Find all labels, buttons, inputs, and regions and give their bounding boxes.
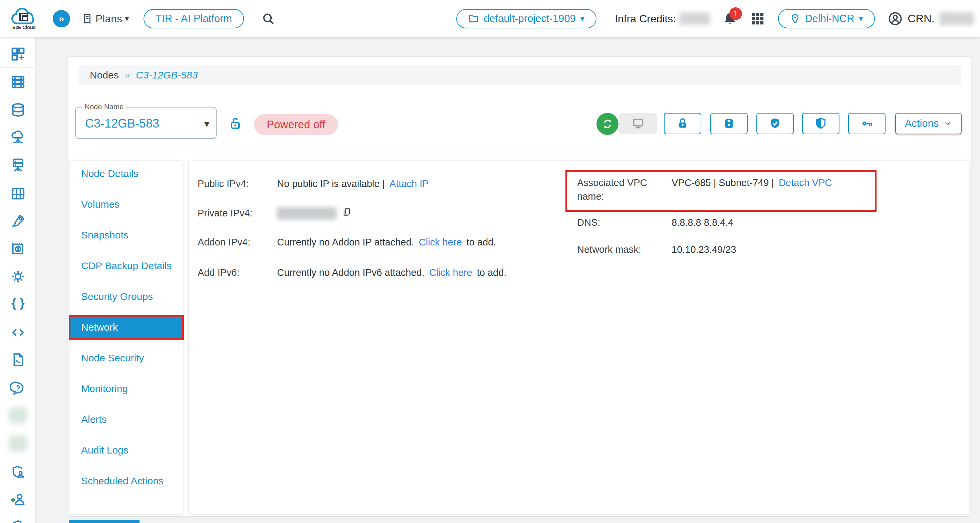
copy-ip-button[interactable] xyxy=(342,207,352,217)
notification-badge: 1 xyxy=(729,7,742,20)
console-button[interactable] xyxy=(619,113,657,134)
sidebar-divider xyxy=(0,67,35,68)
public-ipv4-text: No public IP is available | xyxy=(277,177,385,191)
sidebar-item-billing[interactable] xyxy=(0,241,36,257)
select-caret-icon: ▾ xyxy=(204,108,209,140)
shield-half-button[interactable] xyxy=(802,113,840,134)
refresh-icon xyxy=(601,118,614,130)
copy-icon xyxy=(342,207,352,217)
sidebar-item-launch[interactable] xyxy=(0,214,36,229)
sidebar-item-api-config[interactable] xyxy=(0,296,36,312)
attach-ip-link[interactable]: Attach IP xyxy=(390,177,429,191)
sidebar-item-cloud-more[interactable] xyxy=(0,516,36,523)
chevron-down-icon: ▾ xyxy=(581,14,584,23)
redacted-sidebar-icon xyxy=(9,407,27,424)
settings-gear-icon xyxy=(10,269,26,284)
addon-ipv4-label: Addon IPv4: xyxy=(197,236,277,249)
tab-volumes[interactable]: Volumes xyxy=(70,194,183,215)
addon-ipv4-click-here-link[interactable]: Click here xyxy=(419,236,462,249)
tab-monitoring[interactable]: Monitoring xyxy=(70,378,183,399)
location-pin-icon xyxy=(790,14,800,24)
sidebar-item-support[interactable] xyxy=(0,381,36,396)
collapse-glyph: » xyxy=(59,13,64,24)
lock-icon xyxy=(676,117,689,130)
sidebar-item-docs[interactable] xyxy=(0,352,36,367)
tab-audit-logs[interactable]: Audit Logs xyxy=(70,440,183,461)
vpc-value: VPC-685 | Subnet-749 | xyxy=(671,176,774,190)
vpc-row: Associated VPC name: VPC-685 | Subnet-74… xyxy=(577,176,832,203)
breadcrumb-root[interactable]: Nodes xyxy=(90,69,119,81)
plans-menu[interactable]: Plans ▾ xyxy=(81,13,129,25)
tab-scheduled-actions[interactable]: Scheduled Actions xyxy=(70,470,183,492)
ssh-key-icon xyxy=(860,117,873,130)
node-name-select[interactable]: Node Name C3-12GB-583 ▾ xyxy=(75,107,216,139)
unlock-icon xyxy=(228,116,243,131)
add-ipv6-text: Currently no Addon IPv6 attached. xyxy=(277,266,425,279)
dns-value: 8.8.8.8 8.8.4.4 xyxy=(671,216,733,230)
actions-label: Actions xyxy=(905,118,939,129)
lock-node-button[interactable] xyxy=(664,113,701,134)
dashboard-add-icon xyxy=(10,46,26,62)
tir-platform-button[interactable]: TIR - AI Platform xyxy=(143,9,244,29)
logo-text: E2E Cloud xyxy=(12,25,36,30)
actions-dropdown-button[interactable]: Actions xyxy=(895,113,962,134)
project-name: default-project-1909 xyxy=(484,13,576,25)
apps-grid-button[interactable] xyxy=(750,11,765,26)
tab-node-security[interactable]: Node Security xyxy=(70,347,183,369)
tab-node-details[interactable]: Node Details xyxy=(70,163,183,184)
search-button[interactable] xyxy=(261,12,275,26)
sidebar-item-code[interactable] xyxy=(0,325,36,340)
shield-check-icon xyxy=(768,117,782,130)
sidebar-item-storage[interactable] xyxy=(0,102,36,118)
network-mask-label: Network mask: xyxy=(577,243,657,257)
tab-network[interactable]: Network xyxy=(70,317,183,338)
status-badge: Powered off xyxy=(254,114,338,135)
dns-label: DNS: xyxy=(577,216,657,230)
tab-cdp-backup-details[interactable]: CDP Backup Details xyxy=(70,255,183,276)
network-panel: Public IPv4: No public IP is available |… xyxy=(189,161,969,513)
tab-security-groups[interactable]: Security Groups xyxy=(70,286,183,307)
private-ipv4-row: Private IPv4: xyxy=(197,206,352,220)
sidebar-item-nodes[interactable] xyxy=(0,75,36,90)
sidebar-item-add-user[interactable] xyxy=(0,492,36,507)
user-add-icon xyxy=(10,492,26,507)
redacted-private-ipv4 xyxy=(277,207,336,220)
sidebar-item-settings[interactable] xyxy=(0,269,36,284)
save-image-button[interactable] xyxy=(710,113,748,134)
sidebar-collapse-button[interactable]: » xyxy=(53,10,70,27)
network-mask-value: 10.10.23.49/23 xyxy=(671,243,737,257)
notifications-button[interactable]: 1 xyxy=(723,11,737,26)
account-menu[interactable]: CRN. xyxy=(888,11,974,26)
sidebar-item-security[interactable] xyxy=(0,464,36,480)
cloud-network-icon xyxy=(10,129,26,145)
infra-credits: Infra Credits: xyxy=(615,12,710,25)
redacted-sidebar-icon xyxy=(9,435,27,451)
chevron-down-icon: ▾ xyxy=(125,14,129,23)
app-window: E2E Cloud » Plans ▾ TIR - AI Platform xyxy=(0,0,980,523)
shield-check-button[interactable] xyxy=(756,113,794,134)
sidebar-item-cloud-network[interactable] xyxy=(0,129,36,145)
save-image-icon xyxy=(722,117,736,130)
shield-user-icon xyxy=(10,464,26,480)
detach-vpc-link[interactable]: Detach VPC xyxy=(779,176,832,190)
addon-ipv4-text: Currently no Addon IP attached. xyxy=(277,236,414,249)
region-selector[interactable]: Delhi-NCR ▾ xyxy=(778,9,875,29)
bottom-scroll-strip[interactable] xyxy=(69,520,140,523)
add-ipv6-click-here-link[interactable]: Click here xyxy=(429,266,472,279)
tab-snapshots[interactable]: Snapshots xyxy=(70,225,183,246)
account-person-icon xyxy=(888,11,903,26)
node-lock-toggle[interactable] xyxy=(228,116,243,131)
chevron-down-icon xyxy=(943,119,952,128)
server-network-icon xyxy=(10,157,26,173)
sidebar-item-dashboard[interactable] xyxy=(0,46,36,62)
tab-alerts[interactable]: Alerts xyxy=(70,409,183,430)
apps-grid-icon xyxy=(750,11,765,26)
braces-icon xyxy=(10,296,26,312)
project-selector[interactable]: default-project-1909 ▾ xyxy=(456,9,597,29)
ssh-key-button[interactable] xyxy=(848,113,886,134)
e2e-cloud-logo[interactable]: E2E Cloud xyxy=(8,7,40,30)
sidebar-item-node-cluster[interactable] xyxy=(0,157,36,173)
refresh-button[interactable] xyxy=(597,113,619,135)
account-label: CRN. xyxy=(908,12,935,25)
sidebar-item-appliance[interactable] xyxy=(0,186,36,201)
